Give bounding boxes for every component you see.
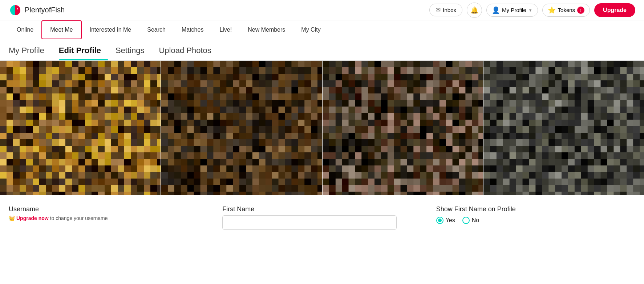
nav-item-search[interactable]: Search (139, 20, 174, 39)
nav-item-live[interactable]: Live! (211, 20, 240, 39)
show-firstname-radio-group: Yes No (436, 217, 635, 224)
chevron-down-icon: ▼ (528, 8, 532, 12)
upgrade-button[interactable]: Upgrade (594, 3, 635, 17)
top-navigation: PlentyofFish ✉ Inbox 🔔 👤 My Profile ▼ ⭐ … (0, 0, 644, 20)
svg-point-0 (17, 8, 18, 9)
radio-no[interactable]: No (462, 217, 479, 224)
upgrade-now-link[interactable]: Upgrade now (16, 215, 49, 221)
username-sublabel: 👑 Upgrade now to change your username (9, 215, 208, 221)
firstname-group: First Name (222, 205, 421, 230)
my-profile-label: My Profile (502, 7, 526, 13)
tab-settings[interactable]: Settings (116, 39, 152, 60)
nav-item-meet-me[interactable]: Meet Me (41, 20, 81, 39)
radio-yes-circle (436, 217, 443, 224)
tab-my-profile[interactable]: My Profile (9, 39, 52, 60)
radio-yes[interactable]: Yes (436, 217, 455, 224)
show-firstname-group: Show First Name on Profile Yes No (436, 205, 635, 224)
firstname-input[interactable] (222, 215, 397, 230)
my-profile-button[interactable]: 👤 My Profile ▼ (486, 4, 538, 17)
logo[interactable]: PlentyofFish (9, 4, 65, 17)
profile-tabs: My Profile Edit Profile Settings Upload … (0, 39, 644, 61)
username-label: Username (9, 205, 208, 213)
logo-text: PlentyofFish (25, 6, 65, 14)
tokens-button[interactable]: ⭐ Tokens ! (542, 4, 590, 17)
nav-item-new-members[interactable]: New Members (240, 20, 293, 39)
bell-icon: 🔔 (470, 6, 478, 14)
show-firstname-label: Show First Name on Profile (436, 205, 635, 213)
tab-upload-photos[interactable]: Upload Photos (159, 39, 218, 60)
top-nav-actions: ✉ Inbox 🔔 👤 My Profile ▼ ⭐ Tokens ! Upgr… (429, 3, 635, 18)
crown-icon: 👑 (9, 215, 15, 221)
notifications-button[interactable]: 🔔 (467, 3, 482, 18)
photo-block-3 (322, 61, 483, 195)
photo-block-2 (161, 61, 322, 195)
photo-canvas-4 (483, 61, 644, 195)
upgrade-label: Upgrade (603, 7, 627, 13)
photo-canvas-3 (323, 61, 483, 195)
tokens-badge: ! (577, 7, 584, 14)
inbox-icon: ✉ (436, 6, 441, 14)
tokens-icon: ⭐ (548, 6, 556, 14)
firstname-label: First Name (222, 205, 421, 213)
username-group: Username 👑 Upgrade now to change your us… (9, 205, 208, 221)
inbox-button[interactable]: ✉ Inbox (429, 4, 462, 16)
nav-item-my-city[interactable]: My City (293, 20, 328, 39)
logo-icon (9, 4, 22, 17)
photo-block-4 (483, 61, 644, 195)
photo-strip (0, 61, 644, 195)
nav-item-online[interactable]: Online (9, 20, 41, 39)
nav-item-matches[interactable]: Matches (174, 20, 211, 39)
tab-edit-profile[interactable]: Edit Profile (59, 39, 108, 60)
form-area: Username 👑 Upgrade now to change your us… (0, 195, 644, 237)
nav-item-interested-in-me[interactable]: Interested in Me (82, 20, 139, 39)
tokens-label: Tokens (558, 7, 575, 13)
photo-canvas-2 (161, 61, 322, 195)
radio-no-circle (462, 217, 470, 224)
inbox-label: Inbox (443, 7, 456, 13)
photo-block-1 (0, 61, 161, 195)
secondary-navigation: Online Meet Me Interested in Me Search M… (0, 20, 644, 39)
profile-icon: 👤 (492, 6, 500, 14)
photo-canvas-1 (0, 61, 161, 195)
